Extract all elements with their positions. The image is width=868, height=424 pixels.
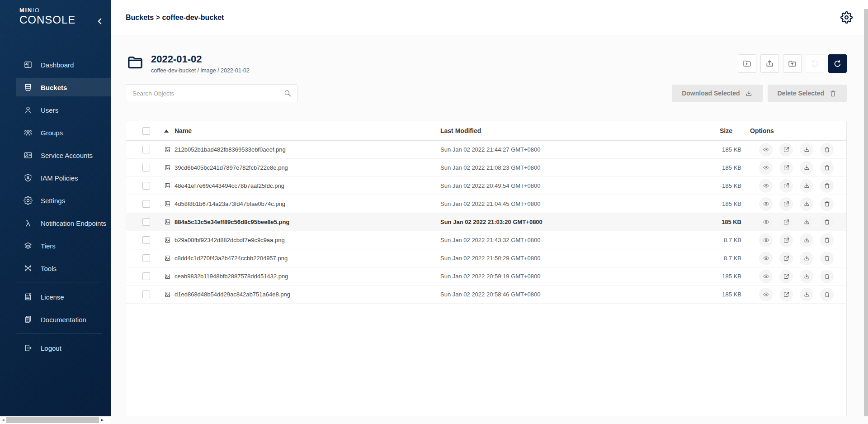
download-button[interactable]: [800, 252, 813, 265]
table-row[interactable]: 884a5c13c5e34eff89c56d8c95bee8e5.pngSun …: [126, 213, 846, 231]
share-button[interactable]: [779, 215, 793, 229]
chevron-left-icon[interactable]: [95, 16, 105, 26]
sidebar-item-notification-endpoints[interactable]: Notification Endpoints: [16, 214, 111, 232]
sidebar-item-documentation[interactable]: Documentation: [16, 310, 111, 329]
table-row[interactable]: 48e41ef7e69c443494cc78b7aaf25fdc.pngSun …: [126, 177, 846, 195]
preview-button[interactable]: [759, 161, 773, 175]
share-button[interactable]: [779, 197, 793, 211]
download-button[interactable]: [800, 215, 813, 229]
table-row[interactable]: d1ed868d48b54dd29ac842ab751a64e8.pngSun …: [126, 286, 846, 304]
table-row[interactable]: b29a08fbf92342d882dcbdf7e9c9c9aa.pngSun …: [126, 231, 846, 249]
column-name[interactable]: Name: [175, 127, 192, 134]
delete-button[interactable]: [820, 270, 834, 283]
gear-icon[interactable]: [840, 11, 853, 24]
table-row[interactable]: ceab9832b11948bfb2887578dd451432.pngSun …: [126, 267, 846, 286]
sidebar-header: MINIO CONSOLE: [0, 0, 111, 35]
select-all-checkbox[interactable]: [142, 127, 150, 135]
sidebar-item-label: Dashboard: [41, 61, 74, 69]
download-button[interactable]: [800, 197, 813, 211]
sidebar-item-dashboard[interactable]: Dashboard: [16, 56, 111, 74]
share-button[interactable]: [779, 179, 793, 193]
table-row[interactable]: 212b052b1bad482fb8369533ebf0aeef.pngSun …: [126, 141, 846, 159]
delete-button[interactable]: [820, 288, 834, 301]
object-size: 185 KB: [712, 273, 743, 280]
row-checkbox[interactable]: [142, 200, 150, 208]
upload-folder-button[interactable]: [783, 54, 802, 73]
delete-selected-button[interactable]: Delete Selected: [768, 85, 847, 102]
image-file-icon: [164, 273, 171, 280]
scroll-right-arrow-icon[interactable]: ►: [99, 416, 105, 424]
preview-button[interactable]: [759, 252, 773, 265]
row-checkbox[interactable]: [142, 254, 150, 262]
preview-button[interactable]: [759, 288, 773, 301]
delete-button[interactable]: [820, 179, 834, 193]
vertical-scrollbar[interactable]: [864, 9, 868, 416]
download-button[interactable]: [800, 161, 813, 175]
row-checkbox[interactable]: [142, 218, 150, 226]
share-icon: [783, 291, 790, 298]
delete-button[interactable]: [820, 215, 834, 229]
sidebar-item-settings[interactable]: Settings: [16, 191, 111, 210]
object-last-modified: Sun Jan 02 2022 21:08:23 GMT+0800: [440, 164, 712, 171]
row-checkbox[interactable]: [142, 272, 150, 280]
scroll-left-arrow-icon[interactable]: ◄: [0, 416, 6, 424]
table-row[interactable]: c8dd4c1d270f43a2b4724ccbb2204957.pngSun …: [126, 249, 846, 267]
delete-button[interactable]: [820, 161, 834, 175]
download-selected-button[interactable]: Download Selected: [672, 85, 762, 102]
horizontal-scrollbar-thumb[interactable]: [6, 417, 99, 423]
share-button[interactable]: [779, 143, 793, 157]
row-checkbox[interactable]: [142, 182, 150, 190]
download-button[interactable]: [800, 270, 813, 283]
upload-file-button[interactable]: [760, 54, 779, 73]
object-size: 8.7 KB: [712, 237, 743, 243]
row-checkbox[interactable]: [142, 146, 150, 153]
sidebar-item-buckets[interactable]: Buckets: [16, 78, 111, 96]
share-button[interactable]: [779, 161, 793, 175]
share-button[interactable]: [779, 233, 793, 247]
download-button[interactable]: [800, 288, 813, 301]
download-button[interactable]: [800, 233, 813, 247]
row-checkbox[interactable]: [142, 291, 150, 298]
folder-path-breadcrumb[interactable]: coffee-dev-bucket / image / 2022-01-02: [151, 67, 250, 74]
sidebar-item-logout[interactable]: Logout: [16, 339, 111, 357]
sidebar-item-tools[interactable]: Tools: [16, 259, 111, 277]
add-path-button[interactable]: [738, 54, 756, 73]
row-checkbox[interactable]: [142, 164, 150, 172]
delete-button[interactable]: [820, 143, 834, 157]
folder-block: 2022-01-02 coffee-dev-bucket / image / 2…: [126, 53, 250, 74]
share-icon: [783, 255, 790, 262]
download-button[interactable]: [800, 143, 813, 157]
download-button[interactable]: [800, 179, 813, 193]
eye-icon: [763, 182, 769, 189]
dashboard-icon: [24, 60, 33, 69]
row-checkbox[interactable]: [142, 236, 150, 244]
sidebar-item-tiers[interactable]: Tiers: [16, 237, 111, 255]
refresh-button[interactable]: [828, 54, 847, 73]
delete-button[interactable]: [820, 197, 834, 211]
search-input[interactable]: [126, 84, 297, 102]
preview-button[interactable]: [759, 143, 773, 157]
object-toolbar: [738, 54, 847, 73]
share-icon: [783, 164, 790, 171]
sidebar-item-license[interactable]: License: [16, 288, 111, 306]
preview-button[interactable]: [759, 270, 773, 283]
delete-button[interactable]: [820, 233, 834, 247]
sort-asc-icon[interactable]: [164, 129, 169, 133]
sidebar-item-users[interactable]: Users: [16, 101, 111, 119]
preview-button[interactable]: [759, 179, 773, 193]
preview-button[interactable]: [759, 197, 773, 211]
delete-button[interactable]: [820, 252, 834, 265]
breadcrumb[interactable]: Buckets > coffee-dev-bucket: [126, 14, 224, 22]
share-button[interactable]: [779, 288, 793, 301]
rewind-button[interactable]: [806, 54, 824, 73]
share-button[interactable]: [779, 252, 793, 265]
table-row[interactable]: 39cd6b405bc241d7897e782fcb722e8e.pngSun …: [126, 159, 846, 177]
preview-button[interactable]: [759, 215, 773, 229]
sidebar-item-groups[interactable]: Groups: [16, 124, 111, 142]
table-row[interactable]: 4d58f8b1b6714a23a73fd47bfae0b74c.pngSun …: [126, 195, 846, 213]
sidebar-item-iam-policies[interactable]: IAM Policies: [16, 169, 111, 187]
share-button[interactable]: [779, 270, 793, 283]
page-title: 2022-01-02: [151, 53, 250, 65]
preview-button[interactable]: [759, 233, 773, 247]
sidebar-item-service-accounts[interactable]: Service Accounts: [16, 146, 111, 164]
